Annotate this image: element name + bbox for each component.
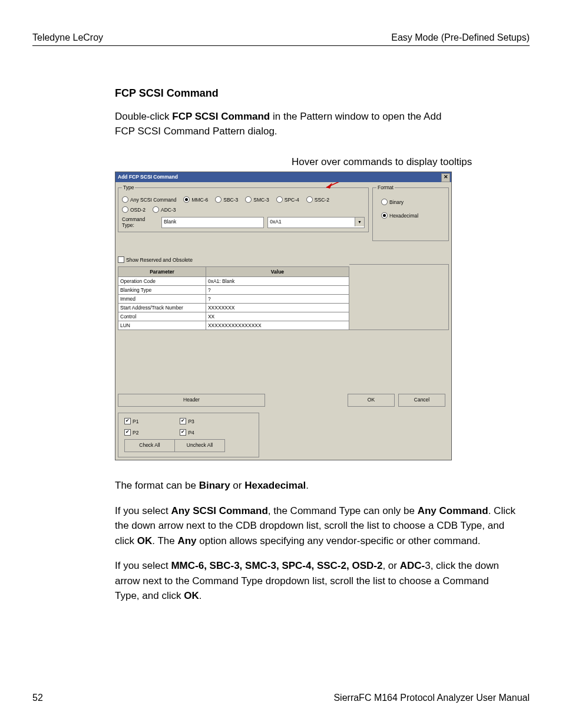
table-row: Immed? <box>118 295 349 304</box>
checkbox-p3[interactable]: P3 <box>180 418 194 424</box>
checkbox-p2[interactable]: P2 <box>124 429 138 436</box>
para-any-scsi: If you select Any SCSI Command, the Comm… <box>115 503 515 549</box>
table-row: Start Address/Track NumberXXXXXXXX <box>118 304 349 312</box>
dialog-titlebar: Add FCP SCSI Command ✕ <box>115 172 451 182</box>
para-format: The format can be Binary or Hexadecimal. <box>115 478 515 493</box>
command-code-dropdown[interactable]: 0xA1▼ <box>267 217 365 228</box>
type-legend: Type <box>122 185 135 190</box>
caption-text: Hover over commands to display tooltips <box>292 156 530 168</box>
parameter-table: ParameterValue Operation Code0xA1: Blank… <box>118 266 349 330</box>
command-type-label: Command Type: <box>122 216 158 228</box>
chevron-down-icon: ▼ <box>355 218 364 226</box>
radio-ssc2[interactable]: SSC-2 <box>306 196 329 203</box>
radio-mmc6[interactable]: MMC-6 <box>183 196 208 203</box>
uncheck-all-button[interactable]: Uncheck All <box>175 439 225 452</box>
check-all-button[interactable]: Check All <box>124 439 175 452</box>
ports-groupbox: P1 P3 P2 P4 Check All Uncheck All <box>118 413 259 457</box>
checkbox-p4[interactable]: P4 <box>180 429 194 436</box>
table-row: Blanking Type? <box>118 286 349 295</box>
table-row: Operation Code0xA1: Blank <box>118 277 349 286</box>
para-command-type: If you select MMC-6, SBC-3, SMC-3, SPC-4… <box>115 558 515 604</box>
table-row: ControlXX <box>118 312 349 321</box>
svg-marker-1 <box>326 183 332 189</box>
th-value: Value <box>206 267 349 277</box>
radio-any-scsi[interactable]: Any SCSI Command <box>122 196 176 203</box>
checkbox-p1[interactable]: P1 <box>124 418 138 424</box>
footer-title: SierraFC M164 Protocol Analyzer User Man… <box>333 693 530 703</box>
dialog-add-fcp-scsi: Add FCP SCSI Command ✕ Type Any SCSI Com… <box>115 172 452 460</box>
section-title: FCP SCSI Command <box>115 87 530 100</box>
radio-sbc3[interactable]: SBC-3 <box>215 196 238 203</box>
radio-smc3[interactable]: SMC-3 <box>245 196 269 203</box>
cancel-button[interactable]: Cancel <box>398 394 445 407</box>
command-type-dropdown[interactable]: Blank <box>161 217 264 228</box>
ok-button[interactable]: OK <box>348 394 395 407</box>
page-header: Teledyne LeCroy Easy Mode (Pre-Defined S… <box>32 32 530 46</box>
header-right: Easy Mode (Pre-Defined Setups) <box>391 32 530 43</box>
radio-binary[interactable]: Binary <box>381 199 445 205</box>
radio-spc4[interactable]: SPC-4 <box>276 196 299 203</box>
format-groupbox: Format Binary Hexadecimal <box>372 185 449 241</box>
checkbox-show-reserved[interactable]: Show Reserved and Obsolete <box>118 256 193 263</box>
radio-osd2[interactable]: OSD-2 <box>122 206 146 213</box>
radio-adc3[interactable]: ADC-3 <box>153 206 176 213</box>
dialog-title: Add FCP SCSI Command <box>118 174 178 180</box>
page-footer: 52 SierraFC M164 Protocol Analyzer User … <box>32 693 530 703</box>
table-row: LUNXXXXXXXXXXXXXXXX <box>118 321 349 330</box>
format-legend: Format <box>376 185 395 190</box>
page-number: 52 <box>32 693 43 703</box>
intro-text: Double-click FCP SCSI Command in the Pat… <box>115 110 451 139</box>
header-left: Teledyne LeCroy <box>32 32 103 43</box>
header-button[interactable]: Header <box>118 394 265 407</box>
close-icon[interactable]: ✕ <box>441 173 450 182</box>
radio-hexadecimal[interactable]: Hexadecimal <box>381 212 445 219</box>
th-parameter: Parameter <box>118 267 206 277</box>
table-side-panel <box>349 264 449 330</box>
